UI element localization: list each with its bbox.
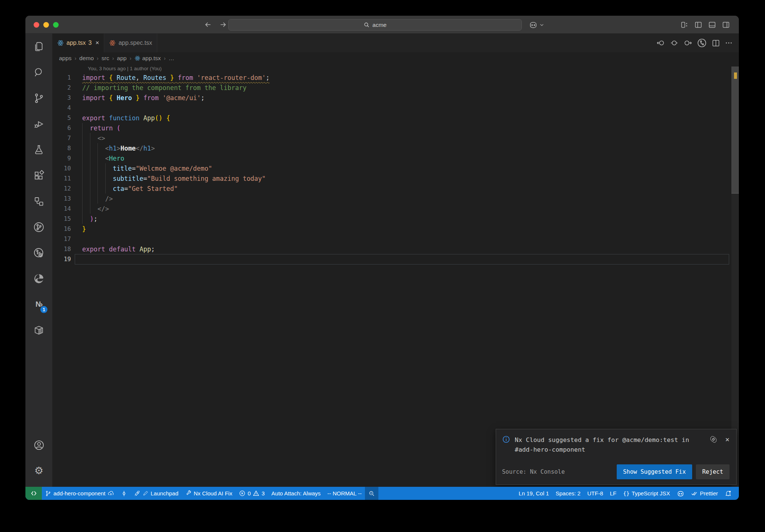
code-line-14[interactable]: 14 </>: [52, 204, 739, 214]
vim-mode-item[interactable]: -- NORMAL --: [324, 487, 365, 500]
container-tools-icon[interactable]: [25, 317, 52, 343]
line-number: 3: [52, 94, 71, 101]
status-bar: add-hero-component Launchpad Nx Cloud AI…: [25, 487, 739, 500]
publish-cloud-icon: [108, 490, 114, 497]
scrollbar-thumb[interactable]: [731, 66, 739, 194]
line-number: 1: [52, 74, 71, 81]
line-number: 18: [52, 245, 71, 253]
commit-graph-icon[interactable]: [697, 38, 707, 48]
remote-indicator[interactable]: [25, 487, 42, 500]
copilot-icon[interactable]: [529, 21, 538, 29]
run-debug-icon[interactable]: [25, 111, 52, 137]
code-line-19[interactable]: 19: [52, 254, 739, 264]
code-line-6[interactable]: 6 return (: [52, 123, 739, 133]
notification-message: Nx Cloud suggested a fix for @acme/demo:…: [515, 435, 703, 454]
nx-cloud-fix-item[interactable]: Nx Cloud AI Fix: [182, 487, 236, 500]
testing-icon[interactable]: [25, 137, 52, 163]
extensions-icon[interactable]: [25, 163, 52, 188]
code-line-11[interactable]: 11 subtitle="Build something amazing tod…: [52, 173, 739, 183]
toggle-secondary-sidebar-icon[interactable]: [722, 21, 730, 29]
remote-explorer-icon[interactable]: [25, 188, 52, 214]
code-line-10[interactable]: 10 title="Welcmoe @acme/demo": [52, 163, 739, 173]
code-line-2[interactable]: 2// importing the component from the lib…: [52, 83, 739, 93]
git-blame-annotation: You, 3 hours ago | 1 author (You): [52, 64, 739, 72]
copilot-status-item[interactable]: [673, 487, 688, 500]
code-line-3[interactable]: 3import { Hero } from '@acme/ui';: [52, 93, 739, 103]
notification-close-icon[interactable]: ×: [725, 435, 730, 443]
auto-attach-item[interactable]: Auto Attach: Always: [268, 487, 324, 500]
problems-item[interactable]: 0 3: [236, 487, 268, 500]
pen-icon: [143, 491, 148, 496]
breadcrumb-item-symbol[interactable]: …: [168, 55, 174, 62]
navigate-forward-icon[interactable]: [219, 21, 227, 29]
formatter-item[interactable]: Prettier: [688, 487, 721, 500]
indentation-item[interactable]: Spaces: 2: [552, 487, 584, 500]
reject-button[interactable]: Reject: [696, 464, 730, 479]
code-line-13[interactable]: 13 />: [52, 194, 739, 204]
launchpad-item[interactable]: Launchpad: [130, 487, 182, 500]
code-line-5[interactable]: 5export function App() {: [52, 113, 739, 123]
code-line-16[interactable]: 16}: [52, 224, 739, 234]
notifications-bell-icon[interactable]: [721, 487, 735, 500]
show-suggested-fix-button[interactable]: Show Suggested Fix: [617, 464, 692, 479]
nx-console-icon[interactable]: N› 1: [25, 291, 52, 317]
breadcrumb-item[interactable]: apps: [59, 55, 72, 62]
tab-app-spec-tsx[interactable]: app.spec.tsx: [104, 34, 157, 52]
source-control-icon[interactable]: [25, 85, 52, 111]
toggle-primary-sidebar-icon[interactable]: [694, 21, 702, 29]
line-number: 6: [52, 124, 71, 132]
breadcrumb-item-file[interactable]: app.tsx: [134, 55, 161, 62]
close-window-button[interactable]: [34, 22, 39, 28]
code-line-7[interactable]: 7 <>: [52, 133, 739, 143]
eol-item[interactable]: LF: [607, 487, 620, 500]
split-editor-icon[interactable]: [712, 39, 720, 47]
toggle-panel-icon[interactable]: [708, 21, 716, 29]
line-number: 10: [52, 165, 71, 172]
line-number: 4: [52, 104, 71, 111]
git-commit-item[interactable]: [118, 487, 130, 500]
explorer-icon[interactable]: [25, 34, 52, 59]
code-line-12[interactable]: 12 cta="Get Started": [52, 183, 739, 194]
code-line-18[interactable]: 18export default App;: [52, 244, 739, 254]
code-line-8[interactable]: 8 <h1>Home</h1>: [52, 143, 739, 153]
breadcrumb-item[interactable]: app: [117, 55, 127, 62]
react-file-icon: [57, 40, 64, 46]
wrench-icon: [185, 490, 192, 497]
settings-gear-icon[interactable]: ⚙: [25, 458, 52, 484]
code-line-9[interactable]: 9 <Hero: [52, 153, 739, 163]
breadcrumb-item[interactable]: src: [102, 55, 109, 62]
account-icon[interactable]: [25, 432, 52, 458]
code-editor[interactable]: You, 3 hours ago | 1 author (You) 1impor…: [52, 64, 739, 487]
language-mode-item[interactable]: {} TypeScript JSX: [620, 487, 673, 500]
title-bar: acme: [25, 16, 739, 34]
code-line-17[interactable]: 17: [52, 234, 739, 244]
git-commit-icon: [121, 491, 127, 497]
code-line-4[interactable]: 4: [52, 103, 739, 113]
go-back-icon[interactable]: [656, 38, 665, 47]
gitlens-inspect-icon[interactable]: [25, 240, 52, 266]
chevron-down-icon[interactable]: [539, 22, 544, 27]
vertical-scrollbar[interactable]: [731, 66, 739, 487]
code-line-1[interactable]: 1import { Route, Routes } from 'react-ro…: [52, 72, 739, 83]
customize-layout-icon[interactable]: [681, 21, 688, 29]
navigate-back-icon[interactable]: [204, 21, 212, 29]
tab-close-icon[interactable]: ×: [96, 39, 99, 47]
notification-settings-gear-icon[interactable]: [710, 436, 717, 443]
git-branch-item[interactable]: add-hero-component: [42, 487, 118, 500]
search-value: acme: [372, 22, 387, 28]
breadcrumb-item[interactable]: demo: [79, 55, 94, 62]
cursor-position-item[interactable]: Ln 19, Col 1: [515, 487, 552, 500]
search-sidebar-icon[interactable]: [25, 59, 52, 85]
gitlens-icon[interactable]: [25, 214, 52, 240]
zoom-out-item[interactable]: [365, 487, 378, 500]
maximize-window-button[interactable]: [53, 22, 59, 28]
encoding-item[interactable]: UTF-8: [584, 487, 607, 500]
go-forward-icon[interactable]: [683, 38, 692, 47]
minimize-window-button[interactable]: [43, 22, 49, 28]
tab-app-tsx[interactable]: app.tsx 3 ×: [52, 34, 104, 52]
more-actions-icon[interactable]: [725, 39, 733, 47]
code-line-15[interactable]: 15 );: [52, 214, 739, 224]
edge-browser-icon[interactable]: [25, 266, 52, 291]
command-center-search[interactable]: acme: [228, 19, 522, 31]
current-location-icon[interactable]: [670, 38, 679, 47]
